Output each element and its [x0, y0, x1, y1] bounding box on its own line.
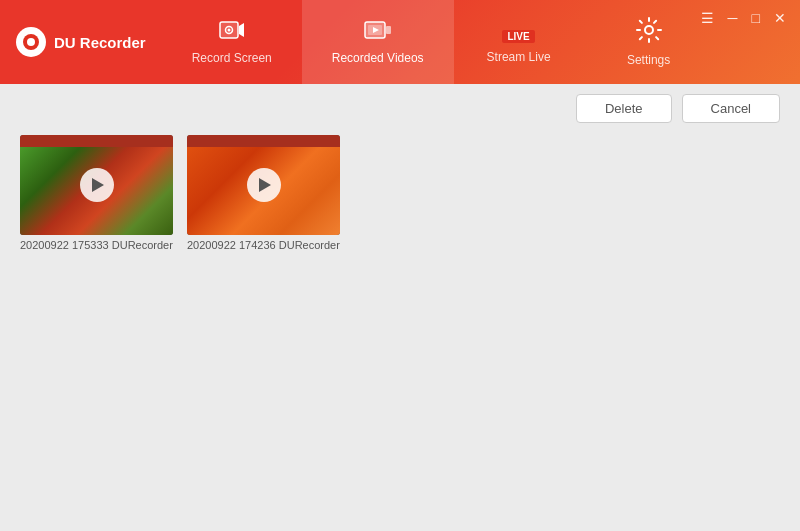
svg-point-4 [227, 29, 230, 32]
svg-marker-5 [239, 23, 244, 37]
tab-record-screen[interactable]: Record Screen [162, 0, 302, 84]
logo-circle [16, 27, 46, 57]
live-badge: LIVE [502, 30, 534, 43]
video-thumbnail-2 [187, 135, 340, 235]
hamburger-menu-icon[interactable]: ☰ [697, 8, 718, 28]
play-button-2[interactable] [247, 168, 281, 202]
close-button[interactable]: ✕ [770, 8, 790, 28]
stream-live-icon: LIVE [502, 20, 534, 46]
minimize-button[interactable]: ─ [724, 8, 742, 28]
app-title: DU Recorder [54, 34, 146, 51]
svg-rect-9 [386, 26, 391, 34]
cancel-button[interactable]: Cancel [682, 94, 780, 123]
app-logo: DU Recorder [0, 27, 162, 57]
recorded-videos-icon [364, 19, 392, 47]
content-area: Delete Cancel 20200922 175333 DURecorder [0, 84, 800, 531]
video-thumbnail-1 [20, 135, 173, 235]
svg-point-10 [645, 26, 653, 34]
play-button-1[interactable] [80, 168, 114, 202]
delete-button[interactable]: Delete [576, 94, 672, 123]
video-label-1: 20200922 175333 DURecorder [20, 239, 173, 251]
video-card-1[interactable]: 20200922 175333 DURecorder [20, 135, 173, 251]
tab-stream-live-label: Stream Live [487, 50, 551, 64]
toolbar: Delete Cancel [20, 94, 780, 123]
record-screen-icon [219, 19, 245, 47]
tab-stream-live[interactable]: LIVE Stream Live [454, 0, 584, 84]
title-bar: DU Recorder Record Screen [0, 0, 800, 84]
tab-recorded-videos-label: Recorded Videos [332, 51, 424, 65]
settings-icon [636, 17, 662, 49]
maximize-button[interactable]: □ [748, 8, 764, 28]
tab-recorded-videos[interactable]: Recorded Videos [302, 0, 454, 84]
svg-point-1 [27, 38, 35, 46]
video-card-2[interactable]: 20200922 174236 DURecorder [187, 135, 340, 251]
tab-settings-label: Settings [627, 53, 670, 67]
video-label-2: 20200922 174236 DURecorder [187, 239, 340, 251]
tab-record-screen-label: Record Screen [192, 51, 272, 65]
video-grid: 20200922 175333 DURecorder 20200922 1742… [20, 135, 780, 251]
window-controls: ☰ ─ □ ✕ [687, 8, 800, 28]
